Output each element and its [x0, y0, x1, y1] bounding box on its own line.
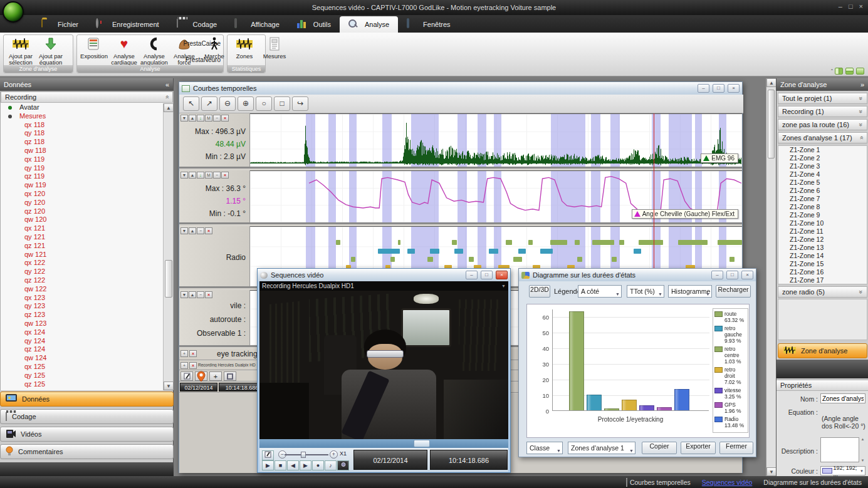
close-icon[interactable]: ×: [741, 271, 753, 279]
tab-fenêtres[interactable]: Fenêtres: [398, 16, 459, 33]
tree-item[interactable]: qx 123: [1, 294, 164, 303]
row-control-−[interactable]: −: [197, 291, 204, 298]
tab-analyse[interactable]: Analyse: [340, 16, 398, 33]
record-button[interactable]: ●: [312, 460, 324, 470]
video-seek-bar[interactable]: [259, 439, 508, 448]
restore-icon[interactable]: □: [726, 271, 738, 279]
classe-select[interactable]: Classe▼: [526, 442, 563, 454]
chart-tool-4-button[interactable]: ⊕: [238, 96, 254, 111]
tree-item[interactable]: qx 121: [1, 224, 164, 233]
row-control-M[interactable]: M: [205, 172, 212, 179]
reload-button[interactable]: Recharger: [716, 285, 751, 298]
analyse-angulation-button[interactable]: Analyse angulation: [140, 36, 169, 66]
collapse-panel-icon[interactable]: «: [165, 78, 169, 91]
chart-tool-5-button[interactable]: ○: [256, 96, 272, 111]
accordion-vidéos[interactable]: Vidéos: [0, 427, 174, 442]
zones-button[interactable]: Zones: [230, 36, 259, 60]
minimize-icon[interactable]: –: [711, 271, 723, 279]
description-scroll[interactable]: ▲▼: [860, 437, 865, 462]
scroll-up-icon[interactable]: ▲: [164, 103, 174, 112]
scroll-down-icon[interactable]: ▼: [164, 382, 174, 390]
tree-item[interactable]: qx 120: [1, 190, 164, 199]
tree-item[interactable]: qz 121: [1, 242, 164, 251]
row-control-▼[interactable]: ▼: [180, 172, 188, 179]
description-input[interactable]: [820, 437, 859, 462]
tree-item[interactable]: qw 121: [1, 251, 164, 259]
video-source-bar[interactable]: Recording Hercules Dualpix HD1 ▼: [259, 281, 508, 291]
tree-item[interactable]: qy 125: [1, 371, 164, 380]
prestacaisse-button[interactable]: PrestaCaisse: [184, 40, 221, 47]
scroll-down-icon[interactable]: ▼: [860, 459, 865, 462]
sound-button[interactable]: ♪: [325, 460, 337, 470]
section-4[interactable]: Zones d'analyse 1 (17)»: [778, 132, 867, 143]
chart-tool-2-button[interactable]: ↗: [201, 96, 217, 111]
tree-item[interactable]: qy 122: [1, 267, 164, 276]
expand-icon[interactable]: »: [856, 96, 866, 100]
tree-item[interactable]: qz 125: [1, 380, 164, 389]
row-control-▼[interactable]: ▼: [180, 227, 188, 234]
metric-select[interactable]: TTot (%)▼: [627, 285, 664, 298]
close-icon[interactable]: ×: [859, 3, 863, 10]
tree-item[interactable]: qw 118: [1, 147, 164, 155]
zone-item[interactable]: Z1-Zone 16: [778, 268, 867, 276]
row-control-×[interactable]: ×: [205, 227, 212, 234]
legend-position-select[interactable]: A côté▼: [578, 285, 622, 298]
tree-item[interactable]: qx 125: [1, 363, 164, 371]
recording-group-header[interactable]: Recording »: [1, 91, 173, 103]
zone-item[interactable]: Z1-Zone 2: [778, 154, 867, 162]
tree-item[interactable]: Mesures: [1, 112, 164, 121]
ajoutpar-slection-button[interactable]: Ajout par sélection: [6, 36, 35, 66]
slider-track[interactable]: [285, 454, 328, 455]
tree-item[interactable]: qw 122: [1, 285, 164, 294]
tree-item[interactable]: qx 118: [1, 121, 164, 130]
statusbar-item[interactable]: Sequences vidéo: [699, 479, 753, 486]
vertical-split-icon[interactable]: [835, 68, 843, 75]
row-control-▲[interactable]: ▲: [189, 227, 196, 234]
mesures-button[interactable]: Mesures: [260, 36, 289, 60]
tab-fichier[interactable]: Fichier: [33, 16, 87, 33]
minimize-icon[interactable]: –: [466, 271, 478, 279]
row-control-×[interactable]: ×: [221, 115, 229, 122]
tree-item[interactable]: qy 120: [1, 199, 164, 207]
tree-item[interactable]: qw 119: [1, 181, 164, 190]
section-header[interactable]: Zones d'analyse 1 (17)»: [778, 132, 867, 143]
scroll-down-icon[interactable]: ▼: [766, 467, 776, 476]
section-2[interactable]: Recording (1)»: [778, 106, 867, 117]
accordion-données[interactable]: Données: [0, 392, 174, 407]
tree-item[interactable]: qw 123: [1, 319, 164, 328]
prestaneuro-button[interactable]: PrestaNeuro: [186, 56, 221, 63]
row-control-▼[interactable]: ▼: [180, 291, 188, 298]
row-control-+[interactable]: +: [180, 362, 188, 369]
cascade-windows-icon[interactable]: [856, 68, 864, 75]
diagram-titlebar[interactable]: Diagramme sur les durées d'états – □ ×: [519, 269, 756, 281]
collapse-ribbon-icon[interactable]: ˆ: [831, 68, 832, 75]
minimize-icon[interactable]: –: [839, 3, 842, 10]
zone-item[interactable]: Z1-Zone 1: [778, 146, 867, 154]
close-icon[interactable]: ×: [728, 84, 740, 93]
close-icon[interactable]: ×: [496, 271, 508, 279]
row-control-×[interactable]: ×: [189, 350, 197, 357]
zone-radio-section[interactable]: zone radio (5)»: [778, 286, 867, 298]
tree-item[interactable]: qy 123: [1, 302, 164, 311]
row-control-▲[interactable]: ▲: [189, 115, 196, 122]
row-control-M[interactable]: M: [205, 115, 212, 122]
zone-item[interactable]: Z1-Zone 15: [778, 260, 867, 268]
statusbar-item[interactable]: Diagramme sur les durées d'états: [761, 479, 862, 486]
ajoutpar-quation-button[interactable]: Ajout par équation: [36, 36, 65, 66]
zone-analyse-accordion-button[interactable]: Zone d'analyse: [778, 343, 867, 358]
flag-button[interactable]: [224, 371, 236, 381]
horizontal-split-icon[interactable]: [845, 68, 854, 75]
tree-scrollbar[interactable]: ▲ ▼: [163, 103, 173, 390]
tree-item[interactable]: qx 119: [1, 155, 164, 164]
chart-type-select[interactable]: Histogramme▼: [668, 285, 712, 298]
accordion-codage[interactable]: Codage: [0, 409, 174, 424]
tree-item[interactable]: qz 119: [1, 172, 164, 181]
tree-item[interactable]: qy 124: [1, 337, 164, 346]
close-dialog-button[interactable]: Fermer: [719, 442, 753, 454]
zone-item[interactable]: Z1-Zone 11: [778, 227, 867, 236]
restore-icon[interactable]: □: [713, 84, 724, 93]
analyse-cardiaque-button[interactable]: ♥Analyse cardiaque: [110, 36, 139, 66]
step-forward-button[interactable]: ▶: [300, 460, 311, 470]
tree-item[interactable]: qw 120: [1, 215, 164, 224]
slider-thumb[interactable]: [301, 452, 306, 458]
